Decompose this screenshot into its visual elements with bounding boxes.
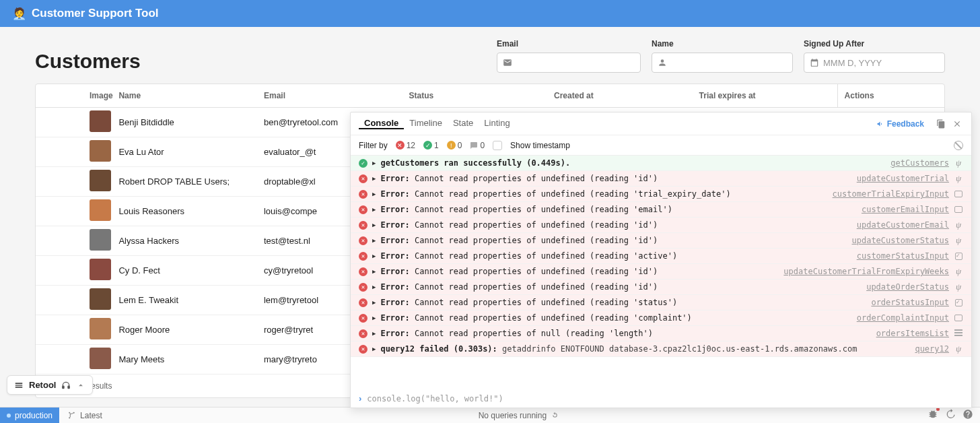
col-name[interactable]: Name <box>112 84 257 108</box>
log-row[interactable]: ✕▶query12 failed (0.303s): getaddrinfo E… <box>351 341 971 357</box>
avatar <box>90 199 111 221</box>
log-row[interactable]: ✕▶Error: Cannot read properties of undef… <box>351 171 971 187</box>
log-message: Error: Cannot read properties of undefin… <box>380 251 851 261</box>
col-image[interactable]: Image <box>36 84 112 108</box>
close-icon[interactable] <box>951 118 963 130</box>
expand-caret-icon[interactable]: ▶ <box>372 284 376 290</box>
input-icon <box>954 313 963 323</box>
svg-rect-0 <box>63 386 64 389</box>
log-source[interactable]: customerEmailInput <box>862 205 949 214</box>
expand-caret-icon[interactable]: ▶ <box>372 346 376 352</box>
filter-errors[interactable]: ✕12 <box>396 141 415 150</box>
filter-signed-after: Signed Up After <box>804 39 945 73</box>
expand-caret-icon[interactable]: ▶ <box>372 206 376 213</box>
expand-caret-icon[interactable]: ▶ <box>372 315 376 321</box>
log-row[interactable]: ✕▶Error: Cannot read properties of undef… <box>351 202 971 218</box>
release-latest[interactable]: Latest <box>59 411 110 420</box>
log-source[interactable]: customerTrialExpiryInput <box>833 189 949 199</box>
api-icon: ψ <box>954 282 963 292</box>
filter-warnings[interactable]: !0 <box>447 141 462 150</box>
expand-caret-icon[interactable]: ▶ <box>372 160 376 166</box>
branch-icon <box>67 411 76 420</box>
log-source[interactable]: ordersItemsList <box>876 329 949 338</box>
log-source[interactable]: updateCustomerTrialFromExpiryWeeks <box>783 267 949 276</box>
log-row[interactable]: ✕▶Error: Cannot read properties of undef… <box>351 295 971 311</box>
log-source[interactable]: orderStatusInput <box>871 298 949 307</box>
show-timestamp-checkbox[interactable] <box>493 141 502 150</box>
clear-console-icon[interactable] <box>954 141 963 150</box>
api-icon: ψ <box>954 267 963 276</box>
col-created[interactable]: Created at <box>547 84 693 108</box>
log-row[interactable]: ✕▶Error: Cannot read properties of undef… <box>351 280 971 295</box>
log-source[interactable]: getCustomers <box>890 158 949 168</box>
email-input[interactable] <box>516 58 635 68</box>
col-trial[interactable]: Trial expires at <box>693 84 838 108</box>
expand-caret-icon[interactable]: ▶ <box>372 299 376 306</box>
environment-pill[interactable]: production <box>0 408 59 424</box>
col-email[interactable]: Email <box>257 84 403 108</box>
console-prompt[interactable]: › console.log("hello, world!") <box>351 389 971 408</box>
console-tab-linting[interactable]: Linting <box>479 118 515 128</box>
filter-name-label: Name <box>652 39 793 48</box>
error-icon: ✕ <box>359 174 368 183</box>
col-status[interactable]: Status <box>403 84 548 108</box>
log-message: Error: Cannot read properties of undefin… <box>380 298 866 307</box>
log-source[interactable]: updateCustomerEmail <box>857 220 949 230</box>
console-tab-state[interactable]: State <box>448 118 479 128</box>
filter-info[interactable]: 0 <box>470 141 485 150</box>
log-row[interactable]: ✕▶Error: Cannot read properties of undef… <box>351 249 971 264</box>
console-panel: ConsoleTimelineStateLinting Feedback Fil… <box>350 112 972 408</box>
log-source[interactable]: updateCustomerStatus <box>852 236 950 245</box>
expand-caret-icon[interactable]: ▶ <box>372 268 376 275</box>
log-source[interactable]: query12 <box>915 344 949 354</box>
menu-icon <box>14 381 24 390</box>
feedback-link[interactable]: Feedback <box>876 119 924 129</box>
log-message: Error: Cannot read properties of undefin… <box>380 205 857 214</box>
console-tab-console[interactable]: Console <box>359 118 404 129</box>
log-message: Error: Cannot read properties of undefin… <box>380 236 847 245</box>
log-row[interactable]: ✕▶Error: Cannot read properties of undef… <box>351 264 971 280</box>
log-source[interactable]: updateOrderStatus <box>866 282 949 292</box>
error-icon: ✕ <box>359 314 368 323</box>
expand-caret-icon[interactable]: ▶ <box>372 191 376 197</box>
expand-caret-icon[interactable]: ▶ <box>372 237 376 244</box>
log-source[interactable]: orderComplaintInput <box>857 313 949 323</box>
log-row[interactable]: ✕▶Error: Cannot read properties of undef… <box>351 218 971 233</box>
list-icon <box>954 329 963 338</box>
expand-caret-icon[interactable]: ▶ <box>372 253 376 259</box>
expand-caret-icon[interactable]: ▶ <box>372 222 376 228</box>
copy-icon[interactable] <box>935 118 947 130</box>
prompt-chevron-icon: › <box>359 393 361 403</box>
expand-caret-icon[interactable]: ▶ <box>372 175 376 182</box>
person-icon <box>658 58 667 67</box>
error-icon: ✕ <box>359 221 368 230</box>
filter-email-label: Email <box>497 39 641 48</box>
name-input[interactable] <box>671 58 787 68</box>
col-actions[interactable]: Actions <box>837 84 944 108</box>
app-title: Customer Support Tool <box>32 7 159 20</box>
expand-caret-icon[interactable]: ▶ <box>372 330 376 337</box>
filter-success[interactable]: ✓1 <box>423 141 439 150</box>
table-head: Image Name Email Status Created at Trial… <box>36 84 944 108</box>
log-row[interactable]: ✕▶Error: Cannot read properties of null … <box>351 326 971 341</box>
cell-name: Mary Meets <box>112 345 257 375</box>
console-tab-timeline[interactable]: Timeline <box>404 118 448 128</box>
retool-widget[interactable]: Retool <box>7 375 93 395</box>
bug-icon[interactable] <box>928 409 938 422</box>
app-header: 🧑‍💼 Customer Support Tool <box>0 0 980 27</box>
refresh-icon[interactable] <box>551 411 559 420</box>
date-input[interactable] <box>823 58 939 68</box>
chevron-up-icon <box>76 381 85 390</box>
history-icon[interactable] <box>945 409 956 422</box>
log-source[interactable]: updateCustomerTrial <box>857 174 949 183</box>
log-row[interactable]: ✕▶Error: Cannot read properties of undef… <box>351 233 971 249</box>
log-row[interactable]: ✕▶Error: Cannot read properties of undef… <box>351 311 971 326</box>
filters-row: Customers Email Name Signed Up After <box>35 39 945 73</box>
help-icon[interactable] <box>963 409 973 422</box>
log-message: getCustomers ran successfully (0.449s). <box>380 158 886 168</box>
log-row[interactable]: ✕▶Error: Cannot read properties of undef… <box>351 187 971 202</box>
log-source[interactable]: customerStatusInput <box>857 251 949 261</box>
log-row[interactable]: ✓▶getCustomers ran successfully (0.449s)… <box>351 156 971 171</box>
cell-name: Lem E. Tweakit <box>112 286 257 315</box>
input-icon <box>954 205 963 214</box>
